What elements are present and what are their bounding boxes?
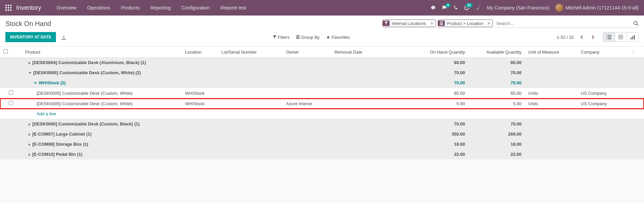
avatar — [555, 4, 563, 12]
filters-button[interactable]: Filters — [273, 35, 289, 40]
search-input[interactable] — [495, 20, 631, 27]
phone-icon[interactable] — [453, 5, 458, 10]
activities-badge: 31 — [466, 3, 473, 7]
svg-rect-17 — [607, 35, 607, 36]
page-next[interactable] — [589, 34, 597, 40]
col-onhand[interactable]: On Hand Quantity — [412, 47, 468, 58]
facet-label: Internal Locations — [390, 21, 428, 26]
add-line[interactable]: Add a line — [0, 109, 644, 119]
col-owner[interactable]: Owner — [283, 47, 331, 58]
row-select[interactable] — [9, 90, 13, 95]
svg-rect-22 — [608, 38, 611, 39]
svg-rect-2 — [10, 5, 11, 6]
chevron-down-icon — [34, 82, 37, 84]
svg-rect-11 — [440, 24, 443, 25]
search-icon[interactable] — [633, 21, 639, 26]
svg-rect-14 — [296, 35, 300, 36]
svg-rect-10 — [440, 23, 443, 24]
facet-remove[interactable]: ✕ — [485, 21, 492, 26]
col-location[interactable]: Location — [182, 47, 218, 58]
chevron-right-icon — [29, 143, 30, 146]
svg-rect-16 — [296, 38, 300, 39]
menu-overview[interactable]: Overview — [51, 0, 82, 16]
user-name: Mitchell Admin (17121144-15-0-all) — [565, 5, 639, 10]
filters-label: Filters — [278, 35, 289, 40]
svg-rect-20 — [608, 37, 611, 37]
chevron-right-icon — [29, 123, 30, 126]
row-select[interactable] — [9, 101, 13, 105]
col-removal[interactable]: Removal Date — [331, 47, 412, 58]
select-all[interactable] — [3, 49, 8, 54]
col-product[interactable]: Product — [22, 47, 182, 58]
pager[interactable]: 1-32 / 32 — [557, 35, 574, 40]
svg-rect-21 — [607, 38, 607, 39]
group-ecom07[interactable]: [E-COM07] Large Cabinet (1) 350.00 269.0… — [0, 129, 644, 139]
facet-internal-locations: Internal Locations ✕ — [382, 20, 436, 27]
group-ecom08[interactable]: [E-COM08] Storage Box (1) 18.00 18.00 — [0, 139, 644, 149]
view-graph[interactable] — [627, 33, 638, 41]
groupby-button[interactable]: Group By — [296, 35, 319, 40]
table-row-highlighted[interactable]: [DESK0005] Customizable Desk (Custom, Wh… — [0, 98, 644, 109]
facet-product-location: Product > Location ✕ — [438, 20, 493, 27]
view-list[interactable] — [603, 33, 615, 41]
svg-rect-30 — [634, 35, 635, 39]
chevron-right-icon — [29, 62, 30, 64]
svg-rect-8 — [10, 9, 11, 11]
col-company[interactable]: Company — [577, 47, 626, 58]
svg-rect-18 — [608, 35, 611, 36]
app-title[interactable]: Inventory — [16, 4, 41, 11]
group-ecom10[interactable]: [E-COM10] Pedal Bin (1) 22.00 22.00 — [0, 149, 644, 160]
apps-icon[interactable] — [5, 5, 11, 11]
title-row: Stock On Hand Internal Locations ✕ Produ… — [0, 16, 644, 29]
export-icon[interactable] — [61, 35, 66, 39]
company-selector[interactable]: My Company (San Francisco) — [487, 5, 549, 10]
col-available[interactable]: Available Quantity — [468, 47, 525, 58]
stock-table: Product Location Lot/Serial Number Owner… — [0, 47, 644, 160]
facet-remove[interactable]: ✕ — [428, 21, 435, 26]
favorites-button[interactable]: ★ Favorites — [326, 35, 349, 40]
view-pivot[interactable] — [615, 33, 627, 41]
messages-badge: 4 — [445, 3, 451, 7]
table-row[interactable]: [DESK0005] Customizable Desk (Custom, Wh… — [0, 88, 644, 98]
search-area: Internal Locations ✕ Product > Location … — [382, 20, 639, 28]
tools-icon[interactable] — [476, 5, 481, 10]
svg-rect-6 — [5, 9, 7, 11]
columns-menu-icon[interactable]: ⋮ — [629, 50, 638, 55]
group-desk0005[interactable]: [DESK0005] Customizable Desk (Custom, Wh… — [0, 68, 644, 78]
svg-line-13 — [637, 24, 638, 26]
col-lot[interactable]: Lot/Serial Number — [218, 47, 283, 58]
group-desk0006[interactable]: [DESK0006] Customizable Desk (Custom, Bl… — [0, 119, 644, 129]
facet-label: Product > Location — [445, 21, 486, 26]
menu-products[interactable]: Products — [116, 0, 145, 16]
group-wh-stock[interactable]: WH/Stock (2) 70.00 70.00 — [0, 78, 644, 88]
menu-items: Overview Operations Products Reporting C… — [51, 0, 251, 16]
user-menu[interactable]: Mitchell Admin (17121144-15-0-all) — [555, 4, 639, 12]
svg-rect-15 — [296, 37, 300, 37]
messages-icon[interactable]: 4 — [442, 5, 447, 10]
group-desk0004[interactable]: [DESK0004] Customizable Desk (Aluminium,… — [0, 58, 644, 68]
menu-operations[interactable]: Operations — [82, 0, 115, 16]
page-title: Stock On Hand — [5, 20, 51, 28]
page-prev[interactable] — [578, 34, 586, 40]
table-wrap: Product Location Lot/Serial Number Owner… — [0, 47, 644, 160]
svg-rect-28 — [631, 37, 632, 39]
star-icon: ★ — [326, 35, 330, 40]
menu-configuration[interactable]: Configuration — [176, 0, 215, 16]
menu-reporte-test[interactable]: Reporte test — [215, 0, 251, 16]
header-row: Product Location Lot/Serial Number Owner… — [0, 47, 644, 58]
svg-rect-4 — [8, 7, 9, 8]
col-uom[interactable]: Unit of Measure — [525, 47, 578, 58]
svg-rect-23 — [618, 35, 623, 39]
top-nav: Inventory Overview Operations Products R… — [0, 0, 644, 16]
view-switcher — [603, 32, 639, 42]
svg-point-12 — [634, 21, 637, 25]
svg-rect-5 — [10, 7, 11, 8]
activities-icon[interactable]: 31 — [464, 5, 469, 10]
filter-icon — [383, 21, 390, 26]
menu-reporting[interactable]: Reporting — [145, 0, 176, 16]
debug-icon[interactable] — [430, 5, 436, 10]
svg-rect-19 — [607, 37, 607, 37]
chevron-right-icon — [29, 133, 30, 136]
inventory-at-date-button[interactable]: Inventory at Date — [5, 32, 56, 42]
svg-rect-3 — [5, 7, 7, 8]
